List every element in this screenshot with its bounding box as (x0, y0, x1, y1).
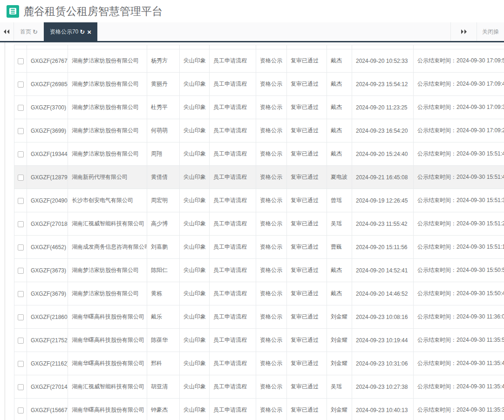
cell-project: 尖山印象 (180, 189, 210, 212)
row-select-cell (14, 329, 27, 352)
cell-project: 尖山印象 (180, 259, 210, 282)
cell-applicant: 高少博 (147, 212, 180, 236)
cell-project: 尖山印象 (180, 142, 210, 166)
row-select-cell (14, 259, 27, 282)
tab-qualification-publicity[interactable]: 资格公示70 ↻ × (44, 22, 97, 41)
row-checkbox[interactable] (18, 58, 24, 64)
cell-reviewer: 戴杰 (327, 73, 352, 96)
tab-home[interactable]: 首页 ↻ (14, 22, 44, 41)
table-row[interactable]: GXGZF(21860)湖南华曙高科技股份有限公司戴乐尖山印象员工申请流程资格公… (14, 305, 504, 329)
cell-applicant: 邢科 (147, 352, 180, 375)
tabbar-spacer (97, 22, 450, 41)
table-row[interactable]: GXGZF(26767)湖南梦洁家纺股份有限公司杨秀方尖山印象员工申请流程资格公… (14, 49, 504, 73)
table-row[interactable]: GXGZF(20490)长沙市创安电气有限公司周宏明尖山印象员工申请流程资格公示… (14, 189, 504, 212)
table-row[interactable]: GXGZF(3700)湖南梦洁家纺股份有限公司杜秀平尖山印象员工申请流程资格公示… (14, 96, 504, 119)
refresh-icon[interactable]: ↻ (80, 28, 85, 35)
cell-company: 湖南汇视威智能科技有限公司 (68, 375, 147, 399)
cell-apply_time: 2024-09-23 15:54:12 (352, 73, 414, 96)
menu-toggle-icon[interactable] (7, 5, 19, 18)
cell-company: 湖南华曙高科技股份有限公司 (68, 352, 147, 375)
cell-type: 资格公示 (256, 189, 287, 212)
cell-reviewer: 戴杰 (327, 119, 352, 142)
cell-project: 尖山印象 (180, 305, 210, 329)
row-checkbox[interactable] (18, 105, 24, 111)
cell-applicant: 黄栋 (147, 282, 180, 305)
cell-company: 湖南新药代理有限公司 (68, 166, 147, 189)
cell-end_time: 公示结束时间：2024-09-30 11:35:32 (414, 399, 504, 420)
row-checkbox[interactable] (18, 244, 24, 251)
row-checkbox[interactable] (18, 81, 24, 88)
row-checkbox[interactable] (18, 128, 24, 134)
tabs-scroll-left-button[interactable] (0, 22, 14, 41)
close-tab-icon[interactable]: × (87, 28, 91, 35)
cell-reviewer: 戴杰 (327, 142, 352, 166)
cell-id: GXGZF(27018) (27, 212, 68, 236)
cell-project: 尖山印象 (180, 212, 210, 236)
cell-end_time: 公示结束时间：2024-09-30 17:09:34 (414, 96, 504, 119)
cell-reviewer: 吴瑶 (327, 375, 352, 399)
row-checkbox[interactable] (18, 361, 24, 367)
table-row[interactable]: GXGZF(19344)湖南梦洁家纺股份有限公司周翔尖山印象员工申请流程资格公示… (14, 142, 504, 166)
cell-apply_time: 2024-09-20 11:23:25 (352, 96, 414, 119)
cell-end_time: 公示结束时间：2024-09-30 11:35:40 (414, 375, 504, 399)
cell-project: 尖山印象 (180, 399, 210, 420)
cell-type: 资格公示 (256, 166, 287, 189)
close-operations-button[interactable]: 关闭操 (477, 22, 504, 41)
cell-id: GXGZF(15667) (27, 399, 68, 420)
row-checkbox[interactable] (18, 175, 24, 181)
cell-company: 长沙市创安电气有限公司 (68, 189, 147, 212)
row-select-cell (14, 96, 27, 119)
cell-company: 湖南梦洁家纺股份有限公司 (68, 282, 147, 305)
cell-id: GXGZF(21860) (27, 305, 68, 329)
row-checkbox[interactable] (18, 291, 24, 297)
table-row[interactable]: GXGZF(21162)湖南华曙高科技股份有限公司邢科尖山印象员工申请流程资格公… (14, 352, 504, 375)
cell-status: 复审已通过 (287, 259, 327, 282)
cell-type: 资格公示 (256, 49, 287, 73)
cell-process: 员工申请流程 (210, 212, 256, 236)
table-row-partial (14, 45, 504, 49)
table-row[interactable]: GXGZF(3679)湖南梦洁家纺股份有限公司黄栋尖山印象员工申请流程资格公示复… (14, 282, 504, 305)
row-checkbox[interactable] (18, 221, 24, 227)
row-checkbox[interactable] (18, 198, 24, 204)
cell-status: 复审已通过 (287, 305, 327, 329)
table-body: GXGZF(26767)湖南梦洁家纺股份有限公司杨秀方尖山印象员工申请流程资格公… (14, 45, 504, 420)
cell-applicant: 周宏明 (147, 189, 180, 212)
cell-applicant: 杨秀方 (147, 49, 180, 73)
cell-reviewer: 戴杰 (327, 49, 352, 73)
cell-end_time: 公示结束时间：2024-09-30 15:51:40 (414, 166, 504, 189)
cell-reviewer: 夏电波 (327, 166, 352, 189)
cell-status: 复审已通过 (287, 73, 327, 96)
table-row[interactable]: GXGZF(27014)湖南汇视威智能科技有限公司胡亚清尖山印象员工申请流程资格… (14, 375, 504, 399)
cell-process: 员工申请流程 (210, 375, 256, 399)
cell-reviewer: 戴杰 (327, 259, 352, 282)
row-checkbox[interactable] (18, 151, 24, 157)
row-checkbox[interactable] (18, 384, 24, 390)
cell-company: 湖南华曙高科技股份有限公司 (68, 329, 147, 352)
table-row[interactable]: GXGZF(4652)湖南成发商务信息咨询有限公司刘嘉鹏尖山印象员工申请流程资格… (14, 236, 504, 259)
table-row[interactable]: GXGZF(26985)湖南梦洁家纺股份有限公司黄丽丹尖山印象员工申请流程资格公… (14, 73, 504, 96)
cell-process: 员工申请流程 (210, 399, 256, 420)
cell-status: 复审已通过 (287, 399, 327, 420)
cell-id: GXGZF(3700) (27, 96, 68, 119)
cell-apply_time: 2024-09-23 10:31:06 (352, 352, 414, 375)
tabs-scroll-right-button[interactable] (450, 22, 477, 41)
table-row[interactable]: GXGZF(12879)湖南新药代理有限公司黄倩倩尖山印象员工申请流程资格公示复… (14, 166, 504, 189)
table-row[interactable]: GXGZF(3673)湖南梦洁家纺股份有限公司陈阳仁尖山印象员工申请流程资格公示… (14, 259, 504, 282)
row-checkbox[interactable] (18, 338, 24, 344)
cell-end_time: 公示结束时间：2024-09-30 11:36:06 (414, 305, 504, 329)
cell-applicant: 黄倩倩 (147, 166, 180, 189)
table-row[interactable]: GXGZF(15667)湖南华曙高科技股份有限公司钟豪杰尖山印象员工申请流程资格… (14, 399, 504, 420)
cell-id: GXGZF(4652) (27, 236, 68, 259)
table-row[interactable]: GXGZF(3699)湖南梦洁家纺股份有限公司何萌萌尖山印象员工申请流程资格公示… (14, 119, 504, 142)
row-select-cell (14, 282, 27, 305)
refresh-icon[interactable]: ↻ (33, 28, 38, 35)
cell-project: 尖山印象 (180, 375, 210, 399)
row-checkbox[interactable] (18, 314, 24, 320)
cell-status: 复审已通过 (287, 329, 327, 352)
cell-type: 资格公示 (256, 96, 287, 119)
cell-company: 湖南梦洁家纺股份有限公司 (68, 73, 147, 96)
table-row[interactable]: GXGZF(27018)湖南汇视威智能科技有限公司高少博尖山印象员工申请流程资格… (14, 212, 504, 236)
row-checkbox[interactable] (18, 268, 24, 274)
row-checkbox[interactable] (18, 407, 24, 413)
table-row[interactable]: GXGZF(21752)湖南华曙高科技股份有限公司陈葆华尖山印象员工申请流程资格… (14, 329, 504, 352)
